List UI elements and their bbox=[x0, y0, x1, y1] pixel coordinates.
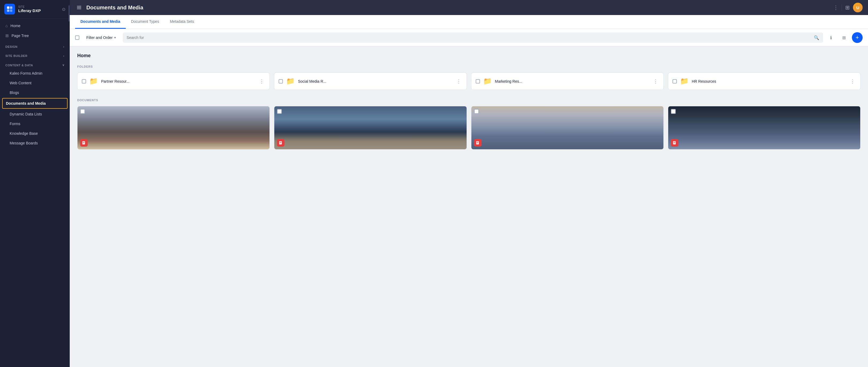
add-content-button[interactable]: + bbox=[852, 32, 863, 43]
folder-checkbox[interactable] bbox=[82, 79, 86, 84]
tab-document-types[interactable]: Document Types bbox=[126, 15, 165, 29]
topbar-actions: ⋮ ⊞ U bbox=[833, 3, 863, 12]
sidebar-item-web-content[interactable]: Web Content bbox=[0, 78, 70, 88]
sidebar-item-knowledge-base[interactable]: Knowledge Base bbox=[0, 129, 70, 138]
sidebar-toggle-button[interactable] bbox=[75, 5, 83, 10]
home-icon: ⌂ bbox=[5, 23, 8, 28]
site-builder-chevron: › bbox=[63, 54, 64, 57]
folder-icon: 📁 bbox=[89, 77, 98, 85]
folder-icon: 📁 bbox=[483, 77, 492, 85]
svg-rect-2 bbox=[7, 9, 9, 12]
grid-view-button[interactable]: ⊞ bbox=[839, 33, 849, 43]
folder-more-icon[interactable]: ⋮ bbox=[258, 77, 265, 85]
svg-rect-6 bbox=[77, 8, 81, 9]
folders-section-label: FOLDERS bbox=[77, 65, 861, 68]
page-tree-label: Page Tree bbox=[11, 33, 29, 38]
folder-social-media[interactable]: 📁 Social Media R... ⋮ bbox=[274, 73, 467, 90]
folder-checkbox[interactable] bbox=[476, 79, 480, 84]
site-label: SITE bbox=[18, 5, 59, 8]
folder-marketing[interactable]: 📁 Marketing Res... ⋮ bbox=[471, 73, 664, 90]
svg-rect-15 bbox=[476, 141, 479, 144]
folder-partner-resources[interactable]: 📁 Partner Resour... ⋮ bbox=[77, 73, 270, 90]
doc-checkbox-4[interactable] bbox=[671, 109, 676, 114]
site-info: SITE Liferay DXP bbox=[18, 5, 59, 13]
settings-icon[interactable]: ⊙ bbox=[62, 7, 65, 12]
folder-more-icon[interactable]: ⋮ bbox=[849, 77, 856, 85]
web-content-label: Web Content bbox=[10, 81, 31, 85]
content-data-section[interactable]: Content & Data ∨ bbox=[0, 59, 70, 68]
message-boards-label: Message Boards bbox=[10, 141, 38, 145]
folder-checkbox[interactable] bbox=[279, 79, 283, 84]
content-data-chevron: ∨ bbox=[62, 63, 65, 67]
folder-more-icon[interactable]: ⋮ bbox=[652, 77, 659, 85]
more-options-icon[interactable]: ⋮ bbox=[833, 4, 838, 11]
doc-type-badge-1 bbox=[80, 139, 88, 147]
sidebar-item-home[interactable]: ⌂ Home bbox=[0, 21, 70, 31]
sidebar-item-documents-media[interactable]: Documents and Media bbox=[2, 98, 68, 109]
svg-rect-3 bbox=[10, 9, 12, 12]
svg-rect-4 bbox=[77, 6, 81, 6]
doc-thumbnail-1 bbox=[78, 106, 270, 149]
doc-checkbox-3[interactable] bbox=[474, 109, 479, 114]
filter-order-button[interactable]: Filter and Order ▾ bbox=[83, 33, 120, 42]
sidebar-item-forms[interactable]: Forms bbox=[0, 119, 70, 129]
sidebar-item-kaleo-forms[interactable]: Kaleo Forms Admin bbox=[0, 68, 70, 78]
main-content: Documents and Media ⋮ ⊞ U Documents and … bbox=[70, 0, 868, 367]
grid-view-icon: ⊞ bbox=[842, 35, 846, 40]
folder-more-icon[interactable]: ⋮ bbox=[455, 77, 462, 85]
tab-documents-media[interactable]: Documents and Media bbox=[75, 15, 126, 29]
documents-grid bbox=[77, 106, 861, 149]
svg-rect-11 bbox=[279, 141, 282, 144]
folder-name: HR Resources bbox=[692, 79, 846, 84]
doc-thumbnail-2 bbox=[274, 106, 466, 149]
content-toolbar: Filter and Order ▾ 🔍 ℹ ⊞ + bbox=[70, 29, 868, 47]
info-button[interactable]: ℹ bbox=[826, 33, 836, 43]
doc-checkbox-1[interactable] bbox=[80, 109, 85, 114]
svg-rect-1 bbox=[10, 6, 12, 9]
app-logo bbox=[4, 4, 15, 15]
add-icon: + bbox=[856, 34, 859, 41]
forms-label: Forms bbox=[10, 122, 20, 126]
doc-thumbnail-3 bbox=[471, 106, 663, 149]
user-avatar[interactable]: U bbox=[853, 3, 863, 12]
design-chevron: › bbox=[63, 45, 64, 48]
folder-icon: 📁 bbox=[286, 77, 295, 85]
document-card-1[interactable] bbox=[77, 106, 270, 149]
select-all-checkbox[interactable] bbox=[75, 35, 80, 40]
sidebar-scrollbar bbox=[69, 5, 69, 22]
document-card-2[interactable] bbox=[274, 106, 467, 149]
tab-metadata-sets[interactable]: Metadata Sets bbox=[164, 15, 199, 29]
sidebar-item-blogs[interactable]: Blogs bbox=[0, 88, 70, 97]
svg-rect-0 bbox=[7, 6, 9, 9]
kaleo-forms-label: Kaleo Forms Admin bbox=[10, 71, 42, 76]
sidebar-item-dynamic-data-lists[interactable]: Dynamic Data Lists bbox=[0, 109, 70, 119]
doc-type-badge-4 bbox=[671, 139, 678, 147]
folder-checkbox[interactable] bbox=[673, 79, 677, 84]
site-builder-label: Site Builder bbox=[5, 54, 27, 57]
doc-type-badge-3 bbox=[474, 139, 482, 147]
filter-chevron-icon: ▾ bbox=[114, 36, 116, 39]
search-bar: 🔍 bbox=[123, 32, 823, 43]
document-card-4[interactable] bbox=[668, 106, 861, 149]
doc-checkbox-2[interactable] bbox=[277, 109, 282, 114]
blogs-label: Blogs bbox=[10, 90, 19, 95]
folder-hr-resources[interactable]: 📁 HR Resources ⋮ bbox=[668, 73, 861, 90]
site-builder-section[interactable]: Site Builder › bbox=[0, 50, 70, 59]
apps-grid-icon[interactable]: ⊞ bbox=[845, 4, 850, 11]
folders-grid: 📁 Partner Resour... ⋮ 📁 Social Media R..… bbox=[77, 73, 861, 90]
folder-name: Partner Resour... bbox=[101, 79, 255, 84]
topbar-divider bbox=[842, 4, 842, 11]
sidebar-item-message-boards[interactable]: Message Boards bbox=[0, 138, 70, 148]
sidebar-item-page-tree[interactable]: ⊞ Page Tree bbox=[0, 31, 70, 41]
design-section[interactable]: Design › bbox=[0, 41, 70, 50]
doc-type-badge-2 bbox=[277, 139, 284, 147]
knowledge-base-label: Knowledge Base bbox=[10, 131, 38, 136]
home-label: Home bbox=[10, 24, 20, 28]
folder-name: Social Media R... bbox=[298, 79, 452, 84]
search-input[interactable] bbox=[127, 35, 811, 40]
doc-thumbnail-4 bbox=[668, 106, 860, 149]
document-card-3[interactable] bbox=[471, 106, 664, 149]
svg-rect-7 bbox=[82, 141, 85, 144]
content-data-label: Content & Data bbox=[5, 64, 33, 67]
breadcrumb: Home bbox=[77, 53, 861, 59]
